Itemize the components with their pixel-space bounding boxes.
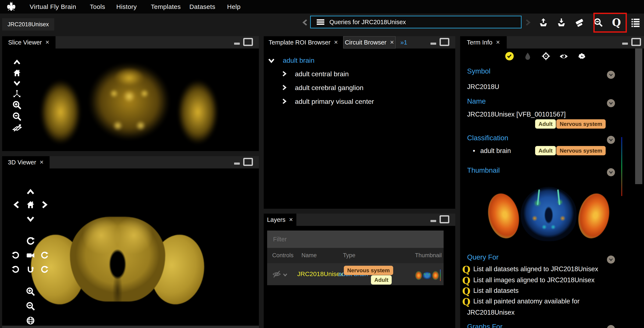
tint-droplet-icon[interactable]	[524, 52, 532, 60]
section-collapse-button[interactable]	[607, 99, 615, 107]
classification-item-link[interactable]: adult brain	[480, 147, 511, 155]
minimize-icon[interactable]	[234, 162, 240, 165]
query-item-label[interactable]: List all painted anatomy available for	[473, 298, 580, 305]
3d-viewer-close-icon[interactable]: ✕	[40, 159, 44, 165]
visibility-eye-icon[interactable]	[559, 52, 568, 61]
visibility-off-icon[interactable]	[273, 270, 281, 278]
pan-down-button[interactable]	[26, 214, 36, 224]
layers-filter[interactable]	[267, 230, 444, 248]
nav-item-history[interactable]: History	[116, 0, 137, 14]
rotate-ccw-button[interactable]	[11, 251, 20, 260]
nav-item-templates[interactable]: Templates	[151, 0, 181, 14]
term-info-close-icon[interactable]: ✕	[496, 40, 500, 45]
term-info-scrollbar[interactable]	[635, 48, 642, 184]
query-menu-icon[interactable]	[317, 19, 324, 25]
brain-glyph-icon[interactable]	[577, 52, 586, 61]
slice-zoom-in-button[interactable]	[12, 100, 22, 110]
slice-step-down-button[interactable]	[12, 78, 22, 88]
query-item-label[interactable]: List all images aligned to JRC2018Unisex	[473, 276, 594, 284]
chevron-down-icon[interactable]	[267, 56, 276, 65]
rotate-cw-button[interactable]	[40, 251, 49, 260]
3d-viewer-horizontal-scrollbar[interactable]	[2, 326, 259, 328]
tree-node-label[interactable]: adult cerebral ganglion	[295, 84, 364, 92]
slice-step-up-button[interactable]	[12, 58, 22, 67]
section-collapse-button[interactable]	[607, 256, 615, 264]
slice-viewer-canvas[interactable]	[2, 48, 259, 151]
crosshair-target-icon[interactable]	[542, 52, 550, 60]
minimize-icon[interactable]	[622, 42, 628, 45]
chevron-down-icon[interactable]	[282, 272, 288, 278]
3d-viewer-canvas[interactable]	[2, 168, 259, 328]
download-button[interactable]	[556, 16, 567, 28]
layers-tab[interactable]: Layers ✕	[264, 214, 296, 226]
pan-left-button[interactable]	[12, 200, 22, 210]
3d-viewer-tab[interactable]: 3D Viewer ✕	[2, 156, 50, 168]
slice-plane-button[interactable]	[12, 123, 22, 132]
section-collapse-button[interactable]	[607, 136, 615, 144]
pan-up-button[interactable]	[26, 187, 36, 197]
section-collapse-button[interactable]	[607, 168, 615, 176]
wireframe-globe-button[interactable]	[26, 316, 36, 326]
results-list-button[interactable]	[630, 16, 642, 28]
roll-ccw-button[interactable]	[11, 265, 20, 274]
rotate-button[interactable]	[26, 236, 36, 246]
vfb-fly-logo-icon[interactable]	[6, 2, 16, 12]
nav-item-datasets[interactable]: Datasets	[190, 0, 215, 14]
record-movie-button[interactable]	[26, 251, 36, 260]
minimize-icon[interactable]	[234, 42, 240, 45]
query-item-label[interactable]: List all datasets aligned to JRC2018Unis…	[473, 265, 598, 273]
maximize-icon[interactable]	[440, 215, 449, 223]
nav-item-help[interactable]: Help	[227, 0, 241, 14]
pan-right-button[interactable]	[40, 200, 49, 210]
query-item[interactable]: QList all painted anatomy available for	[462, 297, 577, 307]
roi-browser-close-icon[interactable]: ✕	[334, 40, 338, 45]
nav-brand[interactable]: Virtual Fly Brain	[30, 0, 76, 14]
section-collapse-button[interactable]	[607, 71, 615, 79]
chevron-right-icon[interactable]	[281, 98, 288, 105]
minimize-icon[interactable]	[430, 220, 436, 222]
query-search-input[interactable]	[329, 18, 521, 26]
slice-viewer-close-icon[interactable]: ✕	[45, 40, 49, 45]
tab-circuit-browser[interactable]: Circuit Browser ✕	[344, 36, 396, 48]
chevron-right-icon[interactable]	[281, 84, 288, 91]
query-item-label-wrap[interactable]: JRC2018Unisex	[467, 309, 514, 316]
layer-name-link[interactable]: JRC2018Unisex	[297, 270, 343, 278]
tree-node-label[interactable]: adult central brain	[295, 70, 349, 78]
clear-eraser-button[interactable]	[574, 16, 586, 28]
maximize-icon[interactable]	[243, 158, 253, 166]
reset-rotation-button[interactable]	[26, 265, 36, 274]
selected-check-icon[interactable]	[505, 52, 514, 60]
3d-zoom-in-button[interactable]	[26, 287, 36, 296]
query-next-chevron-icon[interactable]	[523, 18, 532, 27]
tree-node-label[interactable]: adult brain	[283, 56, 314, 64]
layers-close-icon[interactable]: ✕	[289, 217, 293, 223]
slice-axes-button[interactable]	[12, 89, 22, 98]
section-collapse-button[interactable]	[607, 325, 615, 328]
hidden-tabs-count[interactable]: »1	[400, 36, 407, 48]
query-item[interactable]: QList all images aligned to JRC2018Unise…	[462, 276, 592, 286]
slice-zoom-out-button[interactable]	[12, 112, 22, 121]
maximize-icon[interactable]	[631, 38, 641, 46]
chevron-right-icon[interactable]	[281, 70, 288, 77]
slice-home-button[interactable]	[12, 68, 22, 78]
3d-home-button[interactable]	[26, 200, 36, 210]
nav-item-tools[interactable]: Tools	[90, 0, 105, 14]
3d-zoom-out-button[interactable]	[26, 301, 36, 311]
minimize-icon[interactable]	[430, 42, 436, 45]
query-item-label[interactable]: List all datasets	[473, 287, 518, 294]
maximize-icon[interactable]	[440, 38, 449, 46]
layers-filter-input[interactable]	[273, 236, 432, 243]
tab-template-roi-browser[interactable]: Template ROI Browser ✕	[264, 36, 343, 48]
query-item[interactable]: QList all datasets	[462, 287, 516, 296]
term-info-tab[interactable]: Term Info ✕	[460, 36, 507, 48]
roll-cw-button[interactable]	[40, 265, 49, 274]
query-search-box[interactable]	[310, 16, 522, 28]
tree-node-label[interactable]: adult primary visual center	[295, 98, 374, 106]
slice-viewer-tab[interactable]: Slice Viewer ✕	[2, 36, 56, 48]
maximize-icon[interactable]	[243, 38, 253, 46]
upload-button[interactable]	[538, 16, 549, 28]
query-item[interactable]: QList all datasets aligned to JRC2018Uni…	[462, 265, 595, 274]
query-prev-chevron-icon[interactable]	[300, 18, 310, 27]
workspace-tab[interactable]: JRC2018Unisex	[2, 18, 54, 30]
circuit-browser-close-icon[interactable]: ✕	[390, 40, 394, 45]
